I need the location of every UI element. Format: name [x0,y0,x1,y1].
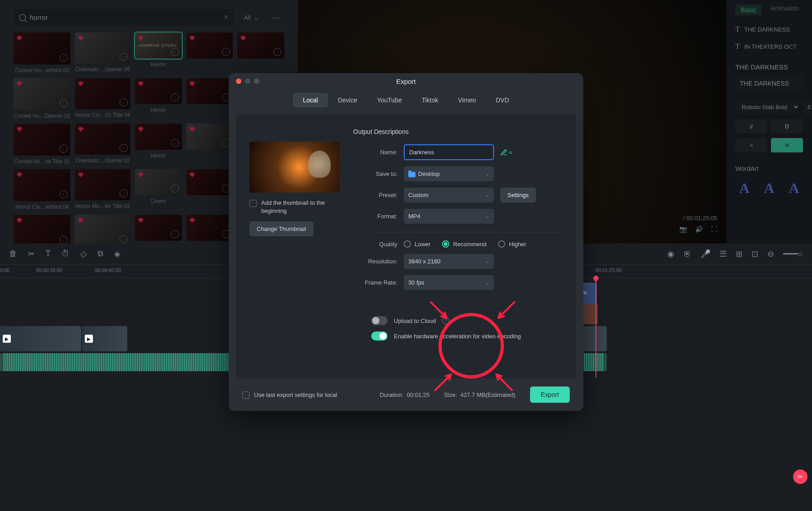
hw-accel-label: Enable hardware acceleration for video e… [394,333,521,340]
quality-label: Quality [353,241,397,248]
size-label: Size: 427.7 MB(Estimated) [444,391,515,398]
chevron-down-icon: ⌄ [485,192,489,198]
resolution-label: Resolution: [353,258,397,265]
export-tab-youtube[interactable]: YouTube [367,93,412,107]
quality-higher-radio[interactable]: Higher [498,240,526,248]
format-select[interactable]: MP4 ⌄ [404,209,494,224]
export-tab-device[interactable]: Device [328,93,367,107]
add-thumbnail-checkbox[interactable] [249,200,257,207]
dialog-title: Export [396,78,415,85]
export-tab-dvd[interactable]: DVD [486,93,519,107]
add-thumbnail-label: Add the thumbnail to the beginning [261,199,340,215]
export-tab-tiktok[interactable]: Tiktok [412,93,448,107]
output-descriptions-label: Output Descriptions [353,128,563,135]
use-last-settings-label: Use last export settings for local [254,391,337,398]
preset-label: Preset: [353,192,397,198]
preset-select[interactable]: Custom ⌄ [404,188,494,203]
quality-recommend-radio[interactable]: Recommend [442,240,486,248]
upload-cloud-toggle[interactable] [371,316,388,325]
export-dialog: Export Local Device YouTube Tiktok Vimeo… [229,73,583,411]
export-button[interactable]: Export [530,387,570,403]
saveto-label: Save to: [353,170,397,177]
maximize-window-button[interactable] [254,78,259,84]
chevron-down-icon: ⌄ [485,213,489,219]
export-tab-vimeo[interactable]: Vimeo [448,93,486,107]
format-label: Format: [353,213,397,220]
folder-icon [408,172,415,177]
chevron-down-icon: ⌄ [485,171,489,177]
change-thumbnail-button[interactable]: Change Thumbnail [249,221,314,236]
resolution-select[interactable]: 3840 x 2160 ⌄ [404,254,494,269]
close-window-button[interactable] [236,78,241,84]
upload-cloud-label: Upload to Cloud [394,318,436,324]
hw-accel-toggle[interactable] [371,331,388,341]
name-input[interactable] [404,144,494,160]
ai-rename-icon[interactable]: AI [500,149,512,156]
thumbnail-preview [249,142,340,193]
quality-lower-radio[interactable]: Lower [404,240,430,248]
use-last-settings-checkbox[interactable] [242,391,249,399]
minimize-window-button[interactable] [245,78,250,84]
chevron-down-icon: ⌄ [485,258,489,264]
duration-label: Duration: 00:01:25 [380,391,430,398]
name-label: Name: [353,149,397,156]
saveto-select[interactable]: Desktop ⌄ [404,166,494,181]
chevron-down-icon: ⌄ [485,280,489,285]
radio-icon [498,240,505,248]
radio-icon [442,240,449,248]
help-icon[interactable]: ? [442,317,449,324]
framerate-select[interactable]: 30 fps ⌄ [404,275,494,290]
preset-settings-button[interactable]: Settings [500,188,536,203]
framerate-label: Frame Rate: [353,279,397,286]
export-tab-local[interactable]: Local [293,93,328,107]
radio-icon [404,240,411,248]
